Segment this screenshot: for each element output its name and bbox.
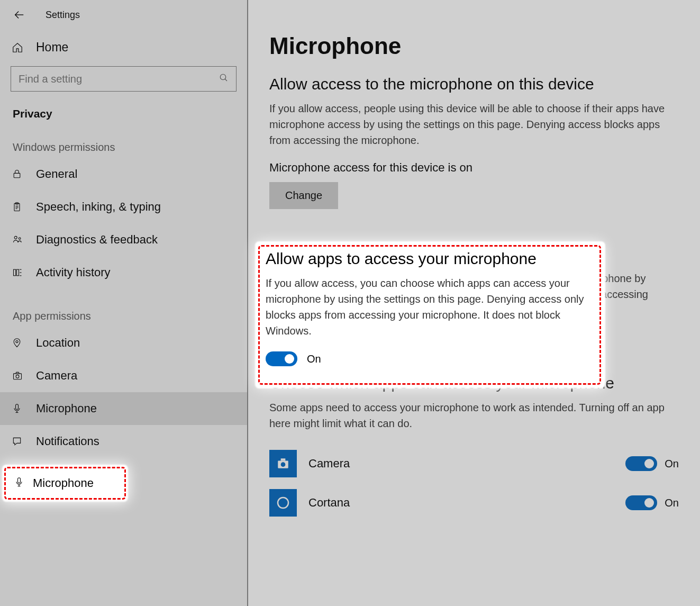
sidebar-item-label: Microphone	[33, 476, 94, 490]
settings-sidebar: Settings Home Privacy Windows permission…	[0, 0, 247, 606]
search-input[interactable]	[11, 66, 237, 92]
sidebar-item-speech[interactable]: Speech, inking, & typing	[0, 191, 247, 223]
microphone-icon	[12, 403, 28, 414]
section1-desc: If you allow access, people using this d…	[269, 101, 671, 148]
svg-line-2	[225, 79, 227, 81]
section1-heading: Allow access to the microphone on this d…	[269, 75, 679, 93]
mic-access-status: Microphone access for this device is on	[269, 161, 679, 175]
sidebar-item-microphone[interactable]: Microphone	[0, 392, 247, 425]
app-row-cortana: Cortana On	[269, 483, 679, 522]
highlight-main-content: Allow apps to access your microphone If …	[266, 250, 594, 366]
feedback-icon	[12, 234, 28, 245]
app-row-camera: Camera On	[269, 444, 679, 483]
sidebar-item-general[interactable]: General	[0, 158, 247, 191]
sidebar-item-camera[interactable]: Camera	[0, 359, 247, 392]
svg-rect-11	[14, 269, 16, 276]
svg-point-16	[16, 340, 18, 342]
sidebar-group-windows-permissions: Windows permissions	[0, 120, 247, 158]
section3-heading: Choose which apps can access your microp…	[269, 374, 679, 392]
svg-point-1	[220, 74, 226, 80]
app-tile-cortana	[269, 489, 297, 517]
sidebar-item-label: General	[36, 167, 77, 181]
sidebar-item-label: Camera	[36, 369, 77, 383]
sidebar-item-label: Speech, inking, & typing	[36, 200, 161, 214]
sidebar-item-home[interactable]: Home	[0, 24, 247, 64]
svg-point-9	[14, 236, 17, 239]
svg-point-10	[19, 238, 21, 240]
svg-rect-17	[14, 374, 22, 379]
app-cortana-toggle[interactable]	[625, 495, 657, 510]
sidebar-group-app-permissions: App permissions	[0, 289, 247, 327]
change-button[interactable]: Change	[269, 182, 338, 209]
section3-desc: Some apps need to access your microphone…	[269, 400, 671, 431]
camera-icon	[12, 370, 28, 381]
app-name-label: Camera	[308, 457, 625, 471]
search-icon	[219, 73, 229, 85]
sidebar-item-label: Home	[36, 40, 68, 55]
microphone-icon	[14, 476, 24, 490]
back-button[interactable]	[12, 7, 26, 22]
section2-desc-hl: If you allow access, you can choose whic…	[266, 275, 594, 339]
section2-heading-hl: Allow apps to access your microphone	[266, 250, 594, 268]
sidebar-item-activity[interactable]: Activity history	[0, 256, 247, 289]
sidebar-item-diagnostics[interactable]: Diagnostics & feedback	[0, 223, 247, 256]
home-icon	[12, 42, 28, 53]
search-input-field[interactable]	[19, 73, 219, 85]
svg-rect-19	[16, 404, 19, 410]
sidebar-item-notifications[interactable]: Notifications	[0, 425, 247, 458]
clipboard-icon	[12, 202, 28, 212]
svg-rect-26	[18, 478, 21, 483]
allow-apps-toggle-hl[interactable]	[266, 351, 297, 366]
svg-rect-12	[16, 269, 19, 276]
allow-apps-toggle-state-hl: On	[307, 353, 321, 365]
app-name-label: Cortana	[308, 496, 625, 510]
svg-point-23	[281, 462, 286, 467]
app-camera-toggle-state: On	[665, 458, 679, 470]
highlight-sidebar-content: Microphone	[2, 465, 128, 502]
sidebar-item-label: Activity history	[36, 266, 111, 279]
sidebar-item-label: Location	[36, 336, 80, 350]
svg-point-18	[16, 375, 19, 378]
app-tile-camera	[269, 450, 297, 477]
camera-app-icon	[275, 457, 291, 471]
app-camera-toggle[interactable]	[625, 456, 657, 471]
sidebar-item-label: Diagnostics & feedback	[36, 233, 158, 247]
page-title: Microphone	[269, 33, 679, 59]
sidebar-item-label: Notifications	[36, 435, 99, 448]
svg-point-25	[278, 498, 288, 508]
sidebar-section-label: Privacy	[0, 92, 247, 120]
sidebar-item-location[interactable]: Location	[0, 327, 247, 359]
activity-icon	[12, 267, 28, 278]
notifications-icon	[12, 436, 28, 447]
sidebar-item-label: Microphone	[36, 402, 97, 415]
arrow-left-icon	[13, 9, 25, 21]
cortana-app-icon	[275, 495, 291, 511]
app-cortana-toggle-state: On	[665, 497, 679, 509]
svg-rect-24	[281, 458, 286, 460]
lock-icon	[12, 169, 28, 179]
app-title: Settings	[46, 10, 80, 21]
svg-rect-3	[14, 173, 20, 177]
location-icon	[12, 338, 28, 348]
